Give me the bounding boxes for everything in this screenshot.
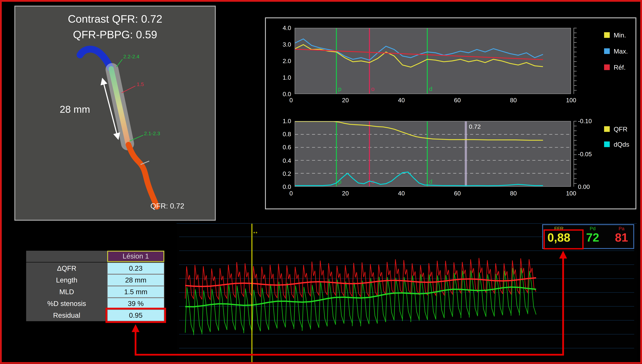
lesion-measurements-table: Lésion 1 ΔQFR 0.23 Length 28 mm MLD 1.5 … [26, 251, 164, 321]
legend-item-rf: Réf. [604, 64, 628, 71]
vessel-qfr-result: QFR: 0.72 [150, 202, 184, 210]
tick-label: 0.2 [283, 170, 291, 177]
segment-marker-top-label: 2.2-2.4 [123, 54, 139, 60]
tick-label: 0.4 [283, 157, 291, 164]
legend-label: Min. [614, 31, 626, 39]
ffr-highlight-box [543, 229, 584, 250]
row-value-mld: 1.5 mm [107, 286, 164, 298]
tick-label: 0.6 [283, 144, 291, 151]
diameter-chart-canvas[interactable]: pod [295, 28, 570, 94]
legend-swatch [604, 48, 610, 54]
legend-label: Réf. [614, 64, 626, 71]
row-label-mld: MLD [26, 286, 107, 298]
tick-label: 2.0 [283, 58, 291, 64]
arrowhead-to-residual [132, 324, 139, 332]
pa-label: Pa [619, 226, 624, 231]
stent-tube [112, 70, 128, 144]
legend-label: Max. [614, 48, 628, 55]
row-value-dqfr: 0.23 [107, 262, 164, 274]
tick-label: 60 [454, 190, 461, 197]
time-cursor-label: ** [253, 231, 258, 236]
tick-label: 40 [398, 190, 405, 197]
tick-label: 20 [342, 96, 349, 104]
legend-label: dQds [614, 140, 629, 148]
svg-text:d: d [429, 178, 432, 185]
diameter-chart-plot[interactable]: pod [295, 28, 571, 94]
tick-label: 80 [510, 190, 517, 197]
tick-label: 0.0 [283, 183, 291, 190]
qfr-chart-legend: QFRdQds [604, 125, 629, 148]
tick-label: 80 [510, 96, 517, 104]
tick-label: 0.0 [283, 90, 291, 98]
tick-label: -0.10 [578, 118, 601, 124]
marker-leader-top [116, 59, 122, 67]
pd-value-group: Pd 72 [586, 226, 599, 247]
legend-swatch [604, 64, 610, 70]
qfr-chart-right-axis [574, 121, 577, 187]
qfr-chart-plot[interactable]: pod0.72 [295, 121, 571, 187]
lesion-header: Lésion 1 [107, 251, 164, 262]
pd-value: 72 [586, 232, 599, 244]
svg-text:d: d [429, 86, 432, 92]
segment-marker-bottom-label: 2.1-2.3 [144, 130, 160, 136]
qfr-chart-x-axis: 020406080100 [289, 190, 576, 197]
diameter-chart-legend: Min.Max.Réf. [604, 31, 628, 71]
tick-label: 0.8 [283, 131, 291, 138]
tick-label: 60 [454, 96, 461, 104]
pd-label: Pd [590, 226, 595, 231]
legend-item-qfr: QFR [604, 125, 629, 133]
tick-label: 0.00 [578, 183, 601, 190]
vessel-proximal-segment [80, 49, 110, 68]
pa-value: 81 [615, 232, 628, 244]
tick-label: 40 [398, 96, 405, 104]
svg-text:o: o [371, 86, 374, 92]
svg-text:p: p [338, 86, 341, 92]
row-value-stenosis: 39 % [107, 298, 164, 310]
legend-swatch [604, 142, 610, 147]
row-label-residual: Residual [26, 310, 107, 321]
legend-item-min: Min. [604, 31, 628, 39]
tick-label: 0 [289, 190, 293, 197]
tick-label: -0.05 [578, 150, 601, 158]
legend-label: QFR [614, 125, 627, 133]
tick-label: 0 [289, 96, 293, 104]
row-label-length: Length [26, 274, 107, 286]
application-window: Contrast QFR: 0.72 QFR-PBPG: 0.59 [0, 0, 642, 364]
time-cursor[interactable]: ** [252, 224, 252, 362]
tick-label: 100 [566, 190, 576, 197]
row-value-residual: 0.95 [107, 310, 164, 321]
vessel-3d-rendering[interactable]: 2.2-2.4 1.5 2.1-2.3 28 mm QFR: 0.72 [15, 6, 215, 220]
segment-marker-mid-label: 1.5 [137, 82, 144, 87]
legend-swatch [604, 126, 610, 132]
row-label-dqfr: ΔQFR [26, 262, 107, 274]
vessel-3d-panel: Contrast QFR: 0.72 QFR-PBPG: 0.59 [14, 6, 216, 221]
row-value-length: 28 mm [107, 274, 164, 286]
legend-swatch [604, 32, 610, 38]
tick-label: 100 [566, 96, 576, 104]
vessel-distal-segment [128, 145, 157, 207]
tick-label: 1.0 [283, 118, 291, 124]
row-label-stenosis: %D stenosis [26, 298, 107, 310]
dqds-axis-labels: -0.10-0.050.00 [578, 118, 601, 190]
tick-label: 4.0 [283, 24, 291, 31]
qfr-chart-canvas[interactable]: pod0.72 [295, 122, 570, 186]
pa-value-group: Pa 81 [615, 226, 628, 247]
diameter-chart-x-axis: 020406080100 [289, 96, 576, 104]
qfr-analysis-screen: Contrast QFR: 0.72 QFR-PBPG: 0.59 [0, 0, 642, 364]
diameter-chart-right-axis [574, 28, 577, 94]
qfr-chart-y-axis: 1.00.80.60.40.20.0 [270, 118, 291, 190]
svg-text:0.72: 0.72 [469, 123, 481, 130]
tick-label: 1.0 [283, 74, 291, 81]
tick-label: 3.0 [283, 41, 291, 48]
legend-item-max: Max. [604, 48, 628, 55]
marker-leader-mid [122, 86, 135, 93]
tick-label: 20 [342, 190, 349, 197]
legend-item-dqds: dQds [604, 140, 629, 148]
hemodynamics-charts-panel: 4.03.02.01.00.0 pod 020406080100 Min.Max… [265, 18, 636, 209]
table-spacer [26, 251, 107, 262]
lesion-length-label: 28 mm [60, 104, 90, 115]
diameter-chart-y-axis: 4.03.02.01.00.0 [270, 24, 291, 98]
